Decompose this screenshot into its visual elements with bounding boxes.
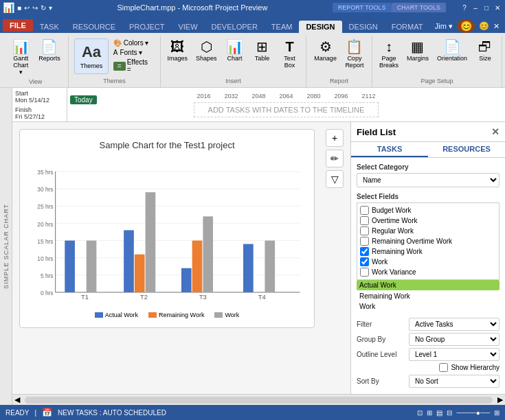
page-breaks-label: PageBreaks [379,55,399,69]
help-button[interactable]: ? [460,3,469,12]
status-icon-1[interactable]: ⊡ [417,409,423,417]
effects-label: Effects = [127,58,153,73]
status-icon-2[interactable]: ⊞ [427,409,432,417]
svg-text:30 hrs: 30 hrs [37,186,53,193]
checkbox-regular-work-input[interactable] [360,226,369,235]
chart-button[interactable]: 📊 Chart [223,38,247,63]
field-list-header: Field List ✕ [351,122,505,142]
ribbon-group-report: ⚙ Manage 📋 CopyReport Report [306,36,372,87]
tab-file[interactable]: FILE [3,19,33,32]
status-icon-4[interactable]: ⊟ [447,409,452,417]
checkbox-work-variance-input[interactable] [360,268,369,277]
tab-design-sub[interactable]: DESIGN [342,21,385,33]
themes-button[interactable]: Aa Themes [74,38,109,74]
tab-resources[interactable]: RESOURCES [428,142,505,157]
chart-filter-button[interactable]: ▽ [326,170,344,188]
checkbox-remaining-overtime-input[interactable] [360,237,369,246]
gantt-chart-button[interactable]: 📊 GanttChart ▾ [8,38,34,77]
highlighted-field[interactable]: Actual Work [357,280,500,290]
chart-container: Sample Chart for the Test1 project 35 hr… [19,129,315,328]
legend-remaining-work-label: Remaining Work [159,312,204,318]
tab-resource[interactable]: RESOURCE [66,21,122,33]
tab-format[interactable]: FORMAT [385,21,430,33]
outline-level-select[interactable]: Level 1 [409,348,500,361]
tab-task[interactable]: TASK [33,21,66,33]
checkbox-work-input[interactable] [360,257,369,266]
select-fields-label: Select Fields [357,193,500,200]
separator-icon: | [34,409,36,417]
checkbox-remaining-work-input[interactable] [360,247,369,256]
minimize-button[interactable]: – [471,3,480,12]
today-button[interactable]: Today [70,95,97,104]
fonts-button[interactable]: A Fonts ▾ [111,48,155,57]
select-category-section: Select Category Name [357,163,500,187]
size-button[interactable]: 🗗 Size [473,38,497,63]
manage-button[interactable]: ⚙ Manage [311,38,339,63]
margins-button[interactable]: ▦ Margins [404,38,431,63]
svg-rect-19 [87,241,97,292]
manage-icon: ⚙ [319,40,332,54]
checkbox-overtime-work[interactable]: Overtime Work [360,216,496,225]
zoom-slider[interactable]: ────●── [456,409,490,417]
svg-rect-23 [146,192,156,292]
panel-tabs: TASKS RESOURCES [351,142,505,158]
scroll-bar[interactable]: ◀ ▶ [12,394,505,405]
reports-label: Reports [38,55,60,62]
category-select[interactable]: Name [357,173,500,187]
tab-design[interactable]: DESIGN [299,21,341,33]
show-hierarchy-label: Show Hierarchy [451,364,500,371]
sort-by-select[interactable]: No Sort [409,375,500,388]
status-icon-3[interactable]: ▤ [436,409,442,417]
checkbox-work[interactable]: Work [360,257,496,266]
timeline-message: ADD TASKS WITH DATES TO THE TIMELINE [194,102,379,117]
auto-scheduled-icon: 📅 [42,408,52,417]
orientation-button[interactable]: 📄 Orientation [434,38,470,63]
tab-team[interactable]: TEAM [265,21,300,33]
copy-report-icon: 📋 [346,40,363,54]
maximize-button[interactable]: □ [482,3,491,12]
filter-select[interactable]: Active Tasks [409,318,500,331]
svg-rect-22 [135,255,145,292]
checkbox-overtime-work-input[interactable] [360,216,369,225]
scroll-right-button[interactable]: ▶ [495,395,505,405]
finish-date: Fri 5/27/12 [15,113,64,120]
colors-button[interactable]: 🎨 Colors ▾ [111,38,155,47]
field-list-panel: Field List ✕ TASKS RESOURCES Select Cate… [350,122,505,394]
checkbox-budget-work-input[interactable] [360,206,369,215]
tab-project[interactable]: PROJECT [122,21,171,33]
checkbox-work-variance[interactable]: Work Variance [360,268,496,277]
table-button[interactable]: ⊞ Table [250,38,275,63]
images-button[interactable]: 🖼 Images [165,38,191,63]
field-list-close-button[interactable]: ✕ [491,126,500,137]
tab-tasks[interactable]: TASKS [351,142,428,157]
checkbox-remaining-work[interactable]: Remaining Work [360,247,496,256]
copy-report-button[interactable]: 📋 CopyReport [342,38,367,70]
status-icon-5[interactable]: ⊞ [494,409,500,417]
status-right: ⊡ ⊞ ▤ ⊟ ────●── ⊞ [417,409,500,417]
chart-add-button[interactable]: + [326,129,344,147]
scroll-left-button[interactable]: ◀ [12,395,22,405]
checkbox-regular-work[interactable]: Regular Work [360,226,496,235]
close-button[interactable]: ✕ [493,3,502,12]
themes-group-label: Themes [103,76,126,84]
tab-developer[interactable]: DEVELOPER [205,21,265,33]
timeline: Start Mon 5/14/12 Finish Fri 5/27/12 Tod… [12,88,505,122]
effects-button[interactable]: = Effects = [111,58,155,74]
tab-view[interactable]: VIEW [171,21,204,33]
textbox-label: TextBox [284,55,295,69]
reports-button[interactable]: 📄 Reports [36,38,63,63]
group-by-select[interactable]: No Group [409,333,500,346]
show-hierarchy-checkbox[interactable] [439,363,448,372]
page-breaks-button[interactable]: ↕ PageBreaks [377,38,401,70]
textbox-button[interactable]: T TextBox [278,38,302,70]
chart-area[interactable]: Sample Chart for the Test1 project 35 hr… [12,122,350,394]
svg-text:5 hrs: 5 hrs [41,272,54,279]
chart-edit-button[interactable]: ✏ [326,150,344,167]
scroll-track[interactable] [25,397,493,404]
shapes-button[interactable]: ⬡ Shapes [193,38,220,63]
svg-text:35 hrs: 35 hrs [37,169,53,176]
checkbox-remaining-overtime[interactable]: Remaining Overtime Work [360,237,496,246]
checkbox-budget-work[interactable]: Budget Work [360,206,496,215]
ribbon-group-view: 📊 GanttChart ▾ 📄 Reports View [3,36,69,87]
checkbox-work-variance-label: Work Variance [372,268,416,276]
